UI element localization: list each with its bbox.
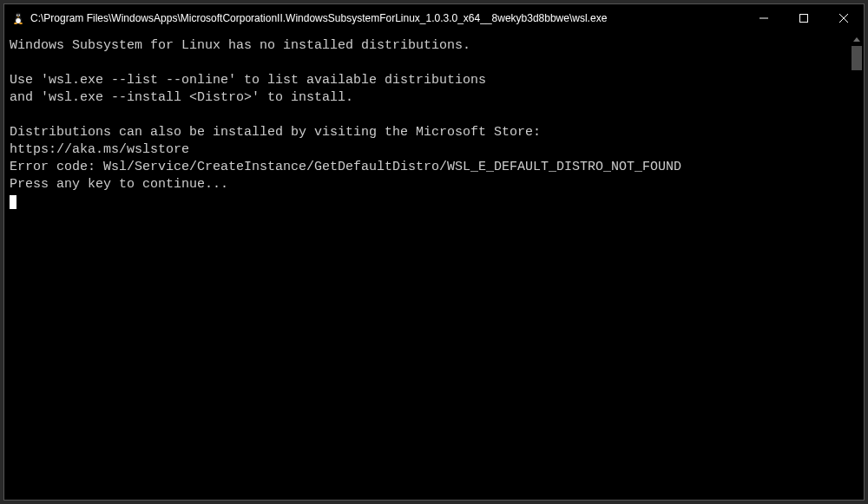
minimize-button[interactable] bbox=[744, 4, 784, 32]
svg-point-5 bbox=[17, 15, 18, 16]
terminal-window: C:\Program Files\WindowsApps\MicrosoftCo… bbox=[3, 3, 865, 501]
svg-point-8 bbox=[19, 23, 23, 24]
terminal-line: Windows Subsystem for Linux has no insta… bbox=[10, 37, 845, 55]
text-cursor bbox=[10, 195, 16, 209]
scroll-up-arrow-icon[interactable] bbox=[850, 32, 864, 46]
titlebar[interactable]: C:\Program Files\WindowsApps\MicrosoftCo… bbox=[4, 4, 864, 32]
svg-rect-9 bbox=[800, 15, 808, 23]
terminal-line bbox=[10, 107, 845, 124]
terminal-line: Distributions can also be installed by v… bbox=[10, 124, 845, 141]
svg-point-2 bbox=[16, 18, 21, 23]
window-controls bbox=[744, 4, 864, 32]
terminal-line: Press any key to continue... bbox=[10, 176, 845, 193]
terminal-output[interactable]: Windows Subsystem for Linux has no insta… bbox=[4, 32, 850, 500]
linux-penguin-icon bbox=[11, 11, 25, 25]
cursor-line bbox=[10, 193, 845, 211]
terminal-line: https://aka.ms/wslstore bbox=[10, 141, 845, 159]
terminal-line: Error code: Wsl/Service/CreateInstance/G… bbox=[10, 159, 845, 176]
terminal-body: Windows Subsystem for Linux has no insta… bbox=[4, 32, 864, 500]
scrollbar-thumb[interactable] bbox=[852, 46, 862, 70]
maximize-button[interactable] bbox=[784, 4, 824, 32]
terminal-line: Use 'wsl.exe --list --online' to list av… bbox=[10, 72, 845, 89]
svg-point-7 bbox=[14, 23, 17, 24]
terminal-line: and 'wsl.exe --install <Distro>' to inst… bbox=[10, 89, 845, 107]
vertical-scrollbar[interactable] bbox=[850, 32, 864, 500]
close-button[interactable] bbox=[824, 4, 864, 32]
terminal-line bbox=[10, 55, 845, 72]
svg-point-6 bbox=[19, 15, 20, 16]
window-title: C:\Program Files\WindowsApps\MicrosoftCo… bbox=[30, 12, 744, 24]
